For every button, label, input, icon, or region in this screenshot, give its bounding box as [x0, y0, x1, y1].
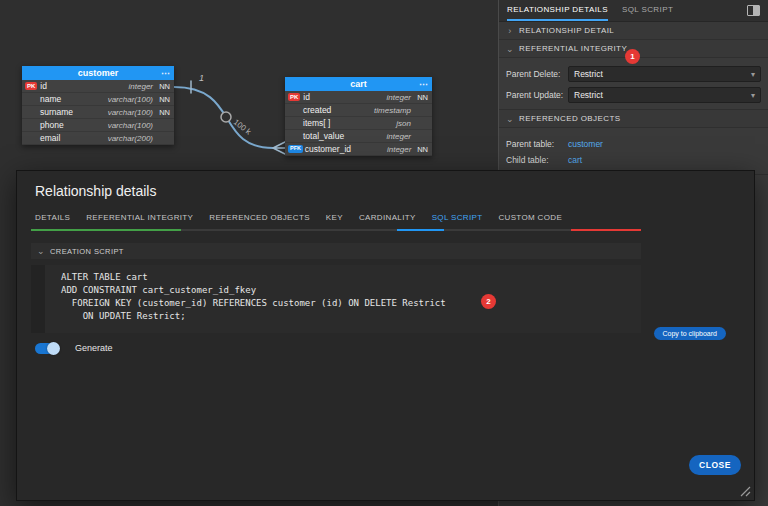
parent-table-link[interactable]: customer [568, 139, 603, 149]
column-row[interactable]: total_value integer [285, 130, 432, 143]
parent-update-select[interactable]: Restrict ▾ [568, 87, 761, 103]
column-type: varchar(100) [91, 108, 153, 117]
column-type: json [349, 119, 411, 128]
column-name: id [40, 81, 91, 91]
table-title: customer [78, 68, 119, 78]
close-button[interactable]: CLOSE [689, 455, 741, 475]
app-window: 1 100 k customer ⋯ PK id integer NN name… [0, 0, 768, 506]
dialog-tab-bar: DETAILS REFERENTIAL INTEGRITY REFERENCED… [35, 213, 562, 222]
row-count-label: 100 k [232, 117, 254, 137]
section-relationship-detail[interactable]: › RELATIONSHIP DETAIL [499, 22, 768, 40]
column-row[interactable]: name varchar(100) NN [22, 93, 174, 106]
step-badge-2: 2 [481, 294, 496, 309]
pfk-badge: PFK [288, 145, 303, 153]
entity-cart[interactable]: cart ⋯ PK id integer NN created timestam… [285, 77, 432, 156]
copy-to-clipboard-button[interactable]: Copy to clipboard [654, 327, 726, 340]
column-name: created [303, 105, 349, 115]
column-row[interactable]: phone varchar(100) [22, 119, 174, 132]
resize-grip[interactable] [738, 484, 751, 497]
column-type: varchar(100) [91, 95, 153, 104]
not-null-flag: NN [411, 145, 428, 154]
tab-details[interactable]: DETAILS [35, 213, 70, 222]
column-name: phone [40, 120, 91, 130]
column-row[interactable]: surname varchar(100) NN [22, 106, 174, 119]
pk-badge: PK [25, 82, 37, 90]
table-menu-icon[interactable]: ⋯ [161, 66, 170, 80]
sql-code-text: ALTER TABLE cart ADD CONSTRAINT cart_cus… [61, 271, 446, 323]
generate-toggle[interactable] [35, 343, 59, 354]
tab-custom-code[interactable]: CUSTOM CODE [498, 213, 562, 222]
column-type: integer [349, 93, 411, 102]
not-null-flag: NN [153, 108, 170, 117]
not-null-flag: NN [411, 93, 428, 102]
column-row[interactable]: items[ ] json [285, 117, 432, 130]
section-label: REFERENTIAL INTEGRITY [519, 44, 627, 53]
tab-referential-integrity[interactable]: REFERENTIAL INTEGRITY [86, 213, 193, 222]
column-name: total_value [303, 131, 349, 141]
referenced-objects-fields: Parent table: customer Child table: cart [499, 128, 768, 175]
generate-row: Generate [31, 341, 641, 355]
column-type: integer [91, 82, 153, 91]
relationship-details-dialog: Relationship details DETAILS REFERENTIAL… [16, 170, 755, 501]
step-badge-1: 1 [625, 49, 640, 64]
tab-relationship-details[interactable]: RELATIONSHIP DETAILS [507, 0, 608, 21]
code-line: ALTER TABLE cart [61, 271, 446, 284]
chevron-down-icon: ⌄ [37, 247, 45, 255]
cardinality-label: 1 [199, 73, 204, 83]
column-type: timestamp [349, 106, 411, 115]
table-header[interactable]: customer ⋯ [22, 66, 174, 80]
tab-cardinality[interactable]: CARDINALITY [359, 213, 416, 222]
table-title: cart [350, 79, 367, 89]
section-creation-script[interactable]: ⌄ CREATION SCRIPT [31, 243, 641, 259]
field-row: Parent Update: Restrict ▾ [506, 87, 761, 103]
code-line: FOREIGN KEY (customer_id) REFERENCES cus… [61, 297, 446, 310]
column-row[interactable]: created timestamp [285, 104, 432, 117]
parent-table-label: Parent table: [506, 139, 568, 149]
child-table-row: Child table: cart [506, 152, 761, 168]
child-table-label: Child table: [506, 155, 568, 165]
panel-tab-bar: RELATIONSHIP DETAILS SQL SCRIPT [499, 0, 768, 22]
referential-integrity-fields: Parent Delete: Restrict ▾ Parent Update:… [499, 58, 768, 110]
caret-down-icon: ▾ [751, 91, 755, 100]
sql-code-block: ALTER TABLE cart ADD CONSTRAINT cart_cus… [31, 265, 641, 333]
column-name: surname [40, 107, 91, 117]
section-label: RELATIONSHIP DETAIL [519, 26, 614, 35]
column-row[interactable]: email varchar(200) [22, 132, 174, 145]
parent-delete-label: Parent Delete: [506, 69, 568, 79]
tab-indicator-line [31, 229, 641, 231]
selected-value: Restrict [574, 90, 603, 100]
not-null-flag: NN [153, 82, 170, 91]
column-name: name [40, 94, 91, 104]
tab-key[interactable]: KEY [326, 213, 343, 222]
parent-delete-select[interactable]: Restrict ▾ [568, 66, 761, 82]
section-label: CREATION SCRIPT [50, 247, 124, 256]
entity-customer[interactable]: customer ⋯ PK id integer NN name varchar… [22, 66, 174, 145]
caret-down-icon: ▾ [751, 70, 755, 79]
table-header[interactable]: cart ⋯ [285, 77, 432, 91]
relationship-handle-icon[interactable] [221, 112, 231, 122]
column-type: integer [351, 145, 411, 154]
table-menu-icon[interactable]: ⋯ [419, 77, 428, 91]
column-row[interactable]: PFK customer_id integer NN [285, 143, 432, 156]
field-row: Parent Delete: Restrict ▾ [506, 66, 761, 82]
tab-sql-script[interactable]: SQL SCRIPT [622, 0, 673, 21]
column-type: varchar(200) [91, 134, 153, 143]
code-line: ADD CONSTRAINT cart_customer_id_fkey [61, 284, 446, 297]
child-table-link[interactable]: cart [568, 155, 582, 165]
section-label: REFERENCED OBJECTS [519, 114, 620, 123]
parent-update-label: Parent Update: [506, 90, 568, 100]
column-row[interactable]: PK id integer NN [22, 80, 174, 93]
code-gutter [31, 265, 45, 333]
column-type: varchar(100) [91, 121, 153, 130]
chevron-right-icon: › [506, 27, 514, 35]
column-name: id [303, 92, 349, 102]
column-type: integer [349, 132, 411, 141]
selected-value: Restrict [574, 69, 603, 79]
tab-sql-script[interactable]: SQL SCRIPT [432, 213, 483, 222]
tab-referenced-objects[interactable]: REFERENCED OBJECTS [209, 213, 310, 222]
column-row[interactable]: PK id integer NN [285, 91, 432, 104]
generate-label: Generate [75, 343, 113, 353]
section-referenced-objects[interactable]: ⌄ REFERENCED OBJECTS [499, 110, 768, 128]
split-view-icon[interactable] [747, 5, 760, 16]
chevron-down-icon: ⌄ [506, 115, 514, 123]
